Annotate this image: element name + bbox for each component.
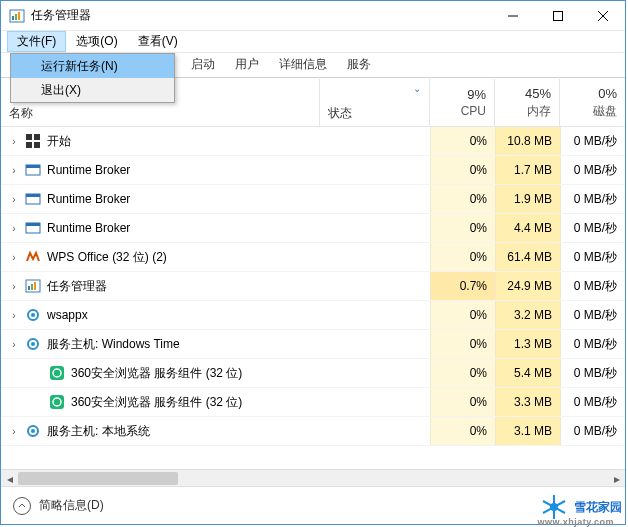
cpu-cell: 0% [430, 127, 495, 155]
status-cell [320, 185, 430, 213]
window-title: 任务管理器 [31, 7, 490, 24]
table-row[interactable]: 360安全浏览器 服务组件 (32 位)0%5.4 MB0 MB/秒 [1, 359, 625, 388]
memory-cell: 24.9 MB [495, 272, 560, 300]
process-table-body[interactable]: ›开始0%10.8 MB0 MB/秒›Runtime Broker0%1.7 M… [1, 127, 625, 469]
menubar: 文件(F) 选项(O) 查看(V) [1, 31, 625, 53]
svg-point-31 [31, 429, 35, 433]
menu-options[interactable]: 选项(O) [66, 31, 127, 52]
tab-services[interactable]: 服务 [337, 52, 381, 77]
tab-details[interactable]: 详细信息 [269, 52, 337, 77]
menu-run-new-task[interactable]: 运行新任务(N) [11, 54, 174, 78]
memory-cell: 61.4 MB [495, 243, 560, 271]
menu-file[interactable]: 文件(F) [7, 31, 66, 52]
process-name: 360安全浏览器 服务组件 (32 位) [71, 365, 242, 382]
scroll-left-arrow-icon[interactable]: ◂ [1, 470, 18, 487]
process-name-cell: ›Runtime Broker [1, 156, 320, 184]
tab-startup[interactable]: 启动 [181, 52, 225, 77]
cpu-cell: 0% [430, 301, 495, 329]
disk-cell: 0 MB/秒 [560, 127, 625, 155]
expander-icon[interactable]: › [9, 281, 19, 292]
disk-cell: 0 MB/秒 [560, 301, 625, 329]
memory-cell: 4.4 MB [495, 214, 560, 242]
process-name: WPS Office (32 位) (2) [47, 249, 167, 266]
disk-cell: 0 MB/秒 [560, 214, 625, 242]
maximize-button[interactable] [535, 1, 580, 30]
svg-point-25 [31, 342, 35, 346]
fewer-details-button[interactable]: 简略信息(D) [13, 497, 104, 515]
disk-cell: 0 MB/秒 [560, 243, 625, 271]
memory-cell: 1.9 MB [495, 185, 560, 213]
expander-icon[interactable]: › [9, 165, 19, 176]
svg-rect-10 [26, 142, 32, 148]
memory-cell: 3.2 MB [495, 301, 560, 329]
column-disk[interactable]: 0% 磁盘 [560, 79, 625, 126]
expander-icon[interactable]: › [9, 252, 19, 263]
svg-rect-13 [26, 165, 40, 168]
process-name: wsappx [47, 308, 88, 322]
process-icon [49, 394, 65, 410]
cpu-cell: 0% [430, 359, 495, 387]
table-row[interactable]: 360安全浏览器 服务组件 (32 位)0%3.3 MB0 MB/秒 [1, 388, 625, 417]
table-row[interactable]: ›Runtime Broker0%1.7 MB0 MB/秒 [1, 156, 625, 185]
status-cell [320, 388, 430, 416]
svg-rect-5 [553, 11, 562, 20]
table-row[interactable]: ›Runtime Broker0%4.4 MB0 MB/秒 [1, 214, 625, 243]
status-cell [320, 214, 430, 242]
scroll-right-arrow-icon[interactable]: ▸ [608, 470, 625, 487]
menu-view[interactable]: 查看(V) [128, 31, 188, 52]
expander-icon[interactable]: › [9, 426, 19, 437]
expander-icon[interactable]: › [9, 136, 19, 147]
status-cell [320, 301, 430, 329]
cpu-cell: 0% [430, 185, 495, 213]
window-controls [490, 1, 625, 30]
table-row[interactable]: ›服务主机: 本地系统0%3.1 MB0 MB/秒 [1, 417, 625, 446]
svg-rect-15 [26, 194, 40, 197]
process-name: Runtime Broker [47, 192, 130, 206]
close-button[interactable] [580, 1, 625, 30]
table-row[interactable]: ›任务管理器0.7%24.9 MB0 MB/秒 [1, 272, 625, 301]
footer: 简略信息(D) [1, 486, 625, 524]
table-row[interactable]: ›开始0%10.8 MB0 MB/秒 [1, 127, 625, 156]
process-name: Runtime Broker [47, 221, 130, 235]
svg-rect-21 [34, 282, 36, 290]
column-cpu[interactable]: 9% CPU [430, 79, 495, 126]
svg-rect-9 [34, 134, 40, 140]
minimize-button[interactable] [490, 1, 535, 30]
expander-icon[interactable]: › [9, 310, 19, 321]
column-memory[interactable]: 45% 内存 [495, 79, 560, 126]
table-row[interactable]: ›服务主机: Windows Time0%1.3 MB0 MB/秒 [1, 330, 625, 359]
process-icon [25, 162, 41, 178]
process-name-cell: ›Runtime Broker [1, 185, 320, 213]
titlebar: 任务管理器 [1, 1, 625, 31]
table-row[interactable]: ›Runtime Broker0%1.9 MB0 MB/秒 [1, 185, 625, 214]
sort-chevron-icon: ⌄ [413, 83, 421, 94]
horizontal-scrollbar[interactable]: ◂ ▸ [1, 469, 625, 486]
disk-cell: 0 MB/秒 [560, 272, 625, 300]
expander-icon[interactable]: › [9, 339, 19, 350]
status-cell [320, 127, 430, 155]
scrollbar-thumb[interactable] [18, 472, 178, 485]
memory-cell: 10.8 MB [495, 127, 560, 155]
process-icon [25, 307, 41, 323]
status-cell [320, 156, 430, 184]
svg-rect-8 [26, 134, 32, 140]
table-row[interactable]: ›wsappx0%3.2 MB0 MB/秒 [1, 301, 625, 330]
tab-users[interactable]: 用户 [225, 52, 269, 77]
expander-icon[interactable]: › [9, 194, 19, 205]
cpu-cell: 0% [430, 243, 495, 271]
chevron-up-icon [13, 497, 31, 515]
watermark: 雪花家园 www.xhjaty.com [540, 493, 622, 521]
svg-rect-28 [50, 395, 64, 409]
disk-cell: 0 MB/秒 [560, 417, 625, 445]
process-name: Runtime Broker [47, 163, 130, 177]
expander-icon[interactable]: › [9, 223, 19, 234]
memory-cell: 1.7 MB [495, 156, 560, 184]
table-row[interactable]: ›WPS Office (32 位) (2)0%61.4 MB0 MB/秒 [1, 243, 625, 272]
memory-cell: 3.1 MB [495, 417, 560, 445]
process-name: 任务管理器 [47, 278, 107, 295]
process-name: 360安全浏览器 服务组件 (32 位) [71, 394, 242, 411]
status-cell [320, 272, 430, 300]
process-icon [49, 365, 65, 381]
menu-exit[interactable]: 退出(X) [11, 78, 174, 102]
column-status[interactable]: ⌄ 状态 [320, 79, 430, 126]
